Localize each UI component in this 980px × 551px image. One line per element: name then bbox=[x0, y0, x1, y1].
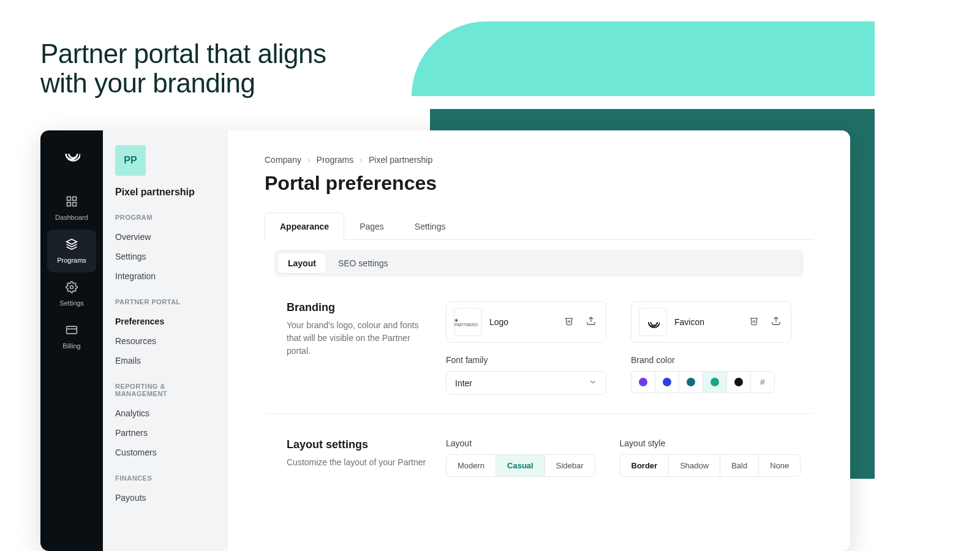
svg-rect-2 bbox=[67, 203, 71, 206]
link-emails[interactable]: Emails bbox=[113, 351, 218, 370]
nav-label: Billing bbox=[62, 342, 80, 350]
svg-rect-1 bbox=[73, 197, 77, 201]
brand-color-label: Brand color bbox=[631, 355, 791, 365]
upload-icon bbox=[586, 316, 596, 328]
svg-rect-0 bbox=[67, 197, 71, 201]
delete-logo-button[interactable] bbox=[562, 315, 576, 329]
select-value: Inter bbox=[455, 378, 472, 388]
crumb-programs[interactable]: Programs bbox=[317, 155, 354, 165]
link-overview[interactable]: Overview bbox=[113, 227, 218, 247]
section-title-layout: Layout settings bbox=[287, 438, 434, 451]
link-integration[interactable]: Integration bbox=[113, 266, 218, 286]
breadcrumb: Company › Programs › Pixel partnership bbox=[265, 155, 813, 165]
link-payouts[interactable]: Payouts bbox=[113, 488, 218, 508]
delete-favicon-button[interactable] bbox=[747, 315, 761, 329]
style-option-bald[interactable]: Bald bbox=[720, 454, 759, 477]
link-settings[interactable]: Settings bbox=[113, 247, 218, 266]
svg-point-5 bbox=[70, 286, 74, 289]
svg-rect-3 bbox=[73, 203, 77, 206]
primary-nav: Dashboard Programs Settings Billing bbox=[40, 130, 103, 551]
tab-pages[interactable]: Pages bbox=[344, 212, 399, 240]
nav-billing[interactable]: Billing bbox=[47, 315, 96, 358]
font-family-label: Font family bbox=[446, 355, 606, 365]
section-heading-reporting: REPORTING & MANAGEMENT bbox=[115, 383, 218, 397]
section-heading-program: PROGRAM bbox=[115, 214, 218, 221]
gear-icon bbox=[66, 281, 78, 296]
layout-style-segmented: Border Shadow Bald None bbox=[620, 454, 801, 477]
nav-label: Settings bbox=[59, 299, 84, 307]
style-option-shadow[interactable]: Shadow bbox=[668, 454, 720, 477]
secondary-sidebar: PP Pixel partnership PROGRAM Overview Se… bbox=[103, 130, 228, 551]
nav-programs[interactable]: Programs bbox=[47, 230, 96, 272]
color-swatch-2[interactable] bbox=[679, 371, 703, 393]
crumb-company[interactable]: Company bbox=[265, 155, 301, 165]
page-title: Portal preferences bbox=[265, 172, 813, 195]
link-customers[interactable]: Customers bbox=[113, 443, 218, 462]
layout-option-sidebar[interactable]: Sidebar bbox=[545, 454, 595, 477]
chevron-right-icon: › bbox=[307, 155, 311, 165]
app-window: Dashboard Programs Settings Billing PP P… bbox=[40, 130, 850, 551]
section-heading-portal: PARTNER PORTAL bbox=[115, 298, 218, 305]
card-icon bbox=[66, 324, 78, 339]
color-swatch-4[interactable] bbox=[726, 371, 751, 393]
color-swatch-1[interactable] bbox=[655, 371, 679, 393]
org-name: Pixel partnership bbox=[115, 187, 218, 198]
layers-icon bbox=[66, 238, 78, 253]
svg-rect-6 bbox=[67, 326, 77, 334]
subtab-seo[interactable]: SEO settings bbox=[328, 253, 398, 273]
layout-option-modern[interactable]: Modern bbox=[446, 454, 496, 477]
crumb-current: Pixel partnership bbox=[369, 155, 432, 165]
subtab-layout[interactable]: Layout bbox=[278, 253, 326, 273]
layout-section: Layout settings Customize the layout of … bbox=[265, 414, 813, 495]
style-option-none[interactable]: None bbox=[758, 454, 801, 477]
tabs: Appearance Pages Settings bbox=[265, 212, 813, 240]
decorative-shape-light bbox=[412, 21, 875, 96]
tab-settings[interactable]: Settings bbox=[399, 212, 461, 240]
dashboard-icon bbox=[66, 195, 78, 210]
color-swatch-custom[interactable]: # bbox=[750, 371, 775, 393]
layout-option-casual[interactable]: Casual bbox=[496, 454, 545, 477]
section-title-branding: Branding bbox=[287, 301, 434, 314]
link-preferences[interactable]: Preferences bbox=[113, 312, 218, 331]
branding-section: Branding Your brand's logo, colour and f… bbox=[265, 277, 813, 414]
trash-icon bbox=[749, 316, 759, 328]
nav-dashboard[interactable]: Dashboard bbox=[47, 187, 96, 230]
upload-icon bbox=[771, 316, 781, 328]
brand-color-swatches: # bbox=[631, 371, 791, 393]
nav-settings[interactable]: Settings bbox=[47, 272, 96, 315]
section-desc-branding: Your brand's logo, colour and fonts that… bbox=[287, 319, 434, 358]
app-logo bbox=[63, 145, 80, 187]
svg-marker-4 bbox=[67, 239, 77, 244]
color-swatch-3[interactable] bbox=[703, 371, 727, 393]
favicon-label: Favicon bbox=[674, 317, 739, 327]
color-swatch-0[interactable] bbox=[631, 371, 655, 393]
main-content: Company › Programs › Pixel partnership P… bbox=[228, 130, 850, 551]
layout-segmented: Modern Casual Sidebar bbox=[446, 454, 595, 477]
layout-style-label: Layout style bbox=[620, 438, 801, 448]
section-desc-layout: Customize the layout of your Partner bbox=[287, 456, 434, 469]
chevron-right-icon: › bbox=[360, 155, 363, 165]
tab-appearance[interactable]: Appearance bbox=[265, 212, 344, 240]
style-option-border[interactable]: Border bbox=[620, 454, 669, 477]
hero-title: Partner portal that aligns with your bra… bbox=[40, 39, 334, 99]
chevron-down-icon bbox=[589, 378, 597, 388]
layout-label: Layout bbox=[446, 438, 595, 448]
nav-label: Programs bbox=[57, 257, 86, 264]
logo-thumbnail: ◉ PARTNERO bbox=[454, 308, 482, 336]
org-avatar: PP bbox=[115, 145, 146, 176]
subtabs: Layout SEO settings bbox=[274, 250, 804, 277]
upload-favicon-button[interactable] bbox=[769, 315, 783, 329]
link-analytics[interactable]: Analytics bbox=[113, 403, 218, 423]
trash-icon bbox=[564, 316, 574, 328]
nav-label: Dashboard bbox=[55, 214, 88, 221]
logo-label: Logo bbox=[489, 317, 554, 327]
logo-upload-card: ◉ PARTNERO Logo bbox=[446, 301, 606, 343]
favicon-upload-card: Favicon bbox=[631, 301, 791, 343]
upload-logo-button[interactable] bbox=[584, 315, 598, 329]
favicon-thumbnail bbox=[639, 308, 667, 336]
font-family-select[interactable]: Inter bbox=[446, 371, 606, 395]
link-partners[interactable]: Partners bbox=[113, 423, 218, 443]
link-resources[interactable]: Resources bbox=[113, 331, 218, 351]
section-heading-finances: FINANCES bbox=[115, 474, 218, 482]
